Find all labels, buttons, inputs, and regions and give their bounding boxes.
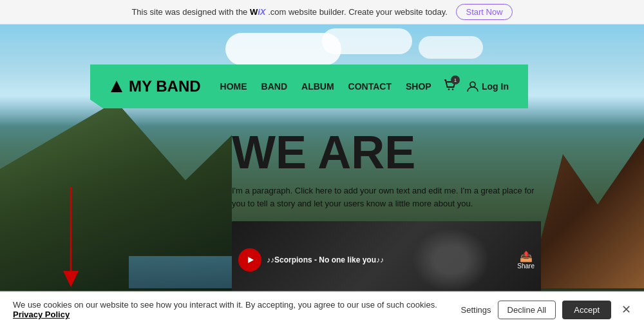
banner-text-before: This site was designed with the xyxy=(131,7,250,17)
nav-links: HOME BAND ALBUM CONTACT SHOP xyxy=(220,81,443,92)
login-label: Log In xyxy=(482,81,509,92)
login-area[interactable]: Log In xyxy=(466,80,509,93)
youtube-channel-icon xyxy=(238,248,261,272)
privacy-policy-link[interactable]: Privacy Policy xyxy=(13,310,70,319)
nav-home[interactable]: HOME xyxy=(220,81,247,92)
cloud-3 xyxy=(419,36,483,59)
video-share-button[interactable]: 📤 Share xyxy=(517,250,535,270)
cookie-settings-button[interactable]: Settings xyxy=(461,305,491,315)
nav-band[interactable]: BAND xyxy=(261,81,287,92)
cookie-main-text: We use cookies on our website to see how… xyxy=(13,300,437,310)
svg-marker-0 xyxy=(111,81,122,92)
cart-button[interactable]: 1 xyxy=(443,78,457,95)
svg-point-3 xyxy=(470,82,475,87)
cookie-banner: We use cookies on our website to see how… xyxy=(0,292,644,327)
play-icon xyxy=(244,254,256,266)
hero-paragraph: I'm a paragraph. Click here to add your … xyxy=(232,184,541,210)
cookie-text: We use cookies on our website to see how… xyxy=(13,300,455,319)
start-now-button[interactable]: Start Now xyxy=(456,4,512,20)
wix-ix: iX xyxy=(258,7,265,17)
svg-point-2 xyxy=(452,88,453,90)
close-cookie-button[interactable]: ✕ xyxy=(621,304,631,315)
red-arrow-svg xyxy=(52,187,90,290)
cloud-2 xyxy=(322,28,412,54)
user-icon xyxy=(466,80,479,93)
svg-marker-4 xyxy=(248,257,254,263)
share-label: Share xyxy=(517,263,535,270)
nav-shop[interactable]: SHOP xyxy=(406,81,431,92)
wix-w: W xyxy=(250,7,258,17)
hero-title: WE ARE xyxy=(232,129,547,175)
brand[interactable]: MY BAND xyxy=(109,77,201,95)
svg-point-1 xyxy=(448,88,450,90)
navbar: MY BAND HOME BAND ALBUM CONTACT SHOP 1 L… xyxy=(90,64,528,108)
nav-actions: 1 Log In xyxy=(443,78,509,95)
decline-all-button[interactable]: Decline All xyxy=(498,301,556,319)
share-icon: 📤 xyxy=(517,250,535,263)
red-arrow-annotation xyxy=(52,187,90,290)
video-title: ♪♪Scorpions - No one like you♪♪ xyxy=(267,255,384,264)
video-player[interactable]: ♪♪Scorpions - No one like you♪♪ 📤 Share xyxy=(232,221,541,299)
brand-name: MY BAND xyxy=(129,77,201,95)
cart-badge: 1 xyxy=(451,75,460,84)
nav-album[interactable]: ALBUM xyxy=(301,81,334,92)
brand-icon xyxy=(109,79,124,94)
svg-marker-6 xyxy=(63,271,79,287)
accept-button[interactable]: Accept xyxy=(562,301,611,319)
main-content: WE ARE I'm a paragraph. Click here to ad… xyxy=(232,129,547,299)
video-scorpion-image xyxy=(412,228,489,292)
wix-logo: WiX xyxy=(250,7,268,17)
nav-contact[interactable]: CONTACT xyxy=(348,81,392,92)
banner-text-after: .com website builder. Create your websit… xyxy=(268,7,448,17)
top-banner: This site was designed with the WiX .com… xyxy=(0,0,644,25)
